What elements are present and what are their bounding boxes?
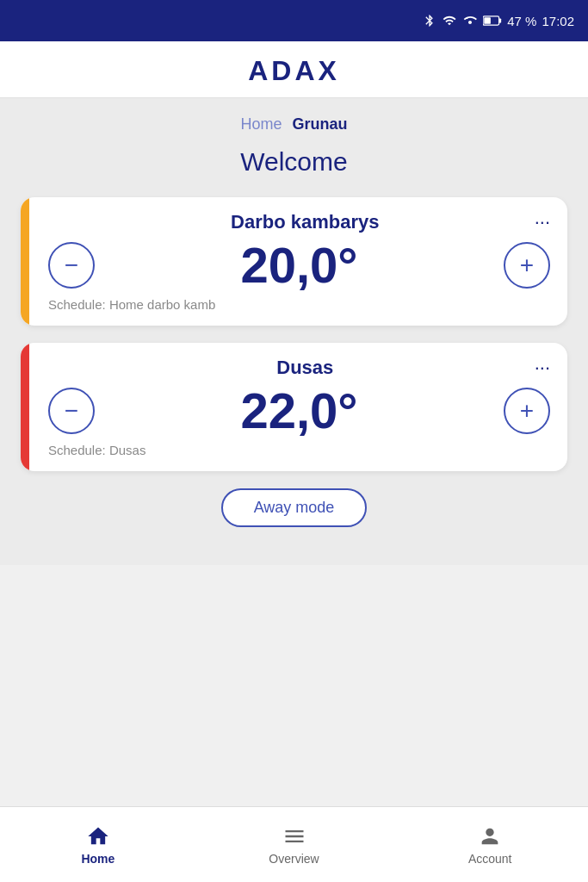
bottom-nav: Home Overview Account [0,806,588,882]
signal-icon [462,14,478,28]
welcome-title: Welcome [21,147,567,177]
nav-label-home: Home [81,852,115,866]
nav-label-account: Account [468,852,512,866]
nav-item-overview[interactable]: Overview [196,824,393,866]
card-1-temperature: 20,0° [240,240,357,290]
card-side-bar-1 [21,197,29,326]
card-2-decrease-button[interactable]: − [48,388,95,434]
away-mode-button[interactable]: Away mode [221,488,368,527]
nav-item-home[interactable]: Home [0,824,196,866]
card-1-controls: − 20,0° + [48,240,550,290]
battery-icon [483,15,502,27]
card-1-increase-button[interactable]: + [504,242,550,289]
status-bar: 47 % 17:02 [0,0,588,41]
away-mode-container: Away mode [21,488,567,527]
card-side-bar-2 [21,343,29,471]
overview-icon [282,824,306,848]
battery-percentage: 47 % [507,14,536,28]
status-icons: 47 % 17:02 [423,14,574,28]
account-icon [478,824,502,848]
device-card-1: Darbo kambarys ··· − 20,0° + Schedule: H… [21,197,567,326]
card-2-menu-button[interactable]: ··· [535,358,550,377]
card-1-header: Darbo kambarys ··· [48,211,550,233]
home-icon [86,824,110,848]
app-header: ADAX [0,41,588,98]
breadcrumb-home[interactable]: Home [240,115,282,134]
card-2-controls: − 22,0° + [48,386,550,436]
bluetooth-icon [423,14,436,28]
card-1-decrease-button[interactable]: − [48,242,95,289]
card-1-menu-button[interactable]: ··· [535,213,550,232]
clock: 17:02 [542,14,574,28]
svg-rect-1 [499,18,502,22]
nav-label-overview: Overview [269,852,319,866]
app-logo: ADAX [248,55,340,87]
wifi-icon [442,14,457,28]
card-1-title: Darbo kambarys [76,211,535,233]
breadcrumb-current[interactable]: Grunau [293,115,348,134]
card-1-schedule: Schedule: Home darbo kamb [48,297,550,312]
nav-item-account[interactable]: Account [392,824,588,866]
main-content: Home Grunau Welcome Darbo kambarys ··· −… [0,98,588,565]
card-2-title: Dusas [76,357,535,379]
card-2-increase-button[interactable]: + [504,388,550,434]
card-2-header: Dusas ··· [48,357,550,379]
breadcrumb: Home Grunau [21,115,567,134]
device-card-2: Dusas ··· − 22,0° + Schedule: Dusas [21,343,567,471]
card-2-schedule: Schedule: Dusas [48,443,550,457]
svg-rect-2 [485,17,492,24]
card-2-temperature: 22,0° [240,386,357,436]
